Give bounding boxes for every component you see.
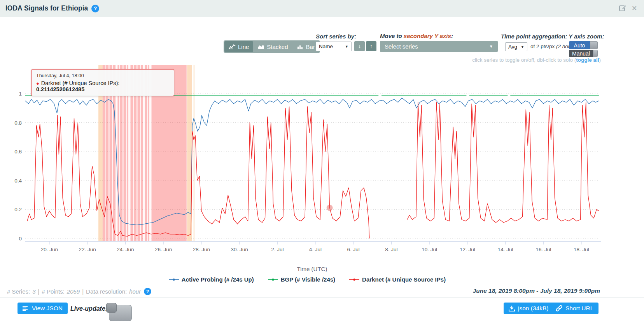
chart-tooltip: Thursday, Jul 4, 18:00 ●Darknet (# Uniqu… xyxy=(31,69,174,96)
svg-text:12. Jul: 12. Jul xyxy=(460,247,475,252)
svg-text:4. Jul: 4. Jul xyxy=(309,247,322,252)
edit-icon[interactable] xyxy=(619,4,627,12)
meta-separator: | xyxy=(38,288,40,295)
secondary-axis-label: Move to secondary Y axis: xyxy=(380,33,453,39)
svg-text:0: 0 xyxy=(19,236,22,242)
bar-chart-icon xyxy=(297,44,304,49)
help-icon[interactable]: ? xyxy=(91,5,99,12)
tooltip-value: 0.21142520612485 xyxy=(36,86,84,92)
short-url-label: Short URL xyxy=(565,305,593,312)
series-toggle-hint-text: click series to toggle on/off, dbl-click… xyxy=(472,57,576,63)
meta-separator: | xyxy=(82,288,84,295)
legend-item-active-probing[interactable]: Active Probing (# /24s Up) xyxy=(169,276,254,283)
svg-text:0.6: 0.6 xyxy=(14,149,22,155)
series-count-value: 3 xyxy=(32,288,35,295)
svg-text:8. Jul: 8. Jul xyxy=(385,247,397,252)
legend-marker-icon xyxy=(169,278,179,282)
legend-item-darknet[interactable]: Darknet (# Unique Source IPs) xyxy=(349,276,446,283)
y-zoom-auto-button[interactable]: Auto xyxy=(569,41,598,49)
secondary-axis-label-prefix: Move to xyxy=(380,33,404,39)
svg-text:18. Jul: 18. Jul xyxy=(574,247,589,252)
svg-text:30. Jun: 30. Jun xyxy=(231,247,248,252)
svg-text:28. Jun: 28. Jun xyxy=(193,247,210,252)
sort-direction-group: ↓ ↑ xyxy=(354,41,376,51)
y-zoom-manual-knob xyxy=(593,50,598,57)
line-chart-icon xyxy=(229,44,236,49)
legend-label: Active Probing (# /24s Up) xyxy=(182,276,254,283)
tooltip-date: Thursday, Jul 4, 18:00 xyxy=(36,73,169,78)
legend-marker-icon xyxy=(349,278,359,282)
series-toggle-hint: click series to toggle on/off, dbl-click… xyxy=(472,57,601,63)
chevron-down-icon: ▼ xyxy=(345,45,348,49)
help-icon[interactable]: ? xyxy=(144,288,151,295)
series-toggle-hint-suffix: ) xyxy=(599,57,601,63)
download-icon xyxy=(509,306,515,311)
legend-label: BGP (# Visible /24s) xyxy=(281,276,335,283)
widget-header: IODA Signals for Ethiopia ? × xyxy=(0,0,644,17)
y-zoom-manual-button[interactable]: Manual xyxy=(569,50,598,57)
x-axis-title: Time (UTC) xyxy=(25,266,599,272)
aggregation-label: Time point aggregation: xyxy=(501,33,567,40)
sort-series-value: Name xyxy=(319,43,333,49)
sort-series-label: Sort series by: xyxy=(316,33,356,40)
svg-text:16. Jul: 16. Jul xyxy=(536,247,551,252)
svg-text:0.2: 0.2 xyxy=(14,207,22,212)
short-url-button[interactable]: Short URL xyxy=(551,303,598,314)
ioda-signals-widget: IODA Signals for Ethiopia ? × Line Stack… xyxy=(0,0,644,327)
secondary-axis-placeholder: Select series xyxy=(385,43,418,50)
list-icon xyxy=(23,306,29,311)
y-zoom-manual-label: Manual xyxy=(569,50,593,57)
resolution-value: hour xyxy=(129,288,141,295)
svg-text:1: 1 xyxy=(19,91,22,97)
secondary-axis-label-highlight: secondary Y axis xyxy=(404,33,451,39)
chart-type-line-label: Line xyxy=(238,43,249,50)
svg-text:2. Jul: 2. Jul xyxy=(271,247,284,252)
toggle-knob xyxy=(106,303,117,313)
y-zoom-label: Y axis zoom: xyxy=(569,33,604,40)
close-icon[interactable]: × xyxy=(632,4,637,13)
svg-text:22. Jun: 22. Jun xyxy=(79,247,96,252)
svg-text:6. Jul: 6. Jul xyxy=(347,247,360,252)
area-chart-icon xyxy=(257,44,264,49)
live-update-toggle[interactable] xyxy=(109,305,132,321)
page-title: IODA Signals for Ethiopia xyxy=(5,4,88,12)
chart-type-stacked-label: Stacked xyxy=(267,43,288,50)
series-count-label: # Series: xyxy=(7,288,30,295)
y-zoom-auto-label: Auto xyxy=(569,41,590,49)
view-json-button[interactable]: View JSON xyxy=(18,303,68,314)
svg-text:24. Jun: 24. Jun xyxy=(117,247,134,252)
series-dot-icon: ● xyxy=(36,80,39,86)
aggregation-select[interactable]: Avg ▼ xyxy=(505,42,527,51)
svg-text:26. Jun: 26. Jun xyxy=(155,247,172,252)
resolution-label: Data resolution: xyxy=(86,288,127,295)
y-zoom-toggle: Auto Manual xyxy=(569,41,598,57)
chart-type-stacked-button[interactable]: Stacked xyxy=(253,41,292,52)
chart-type-bar-button[interactable]: Bar xyxy=(292,41,319,52)
aggregation-suffix-text: of 2 pts/px xyxy=(530,43,556,49)
chevron-down-icon: ▼ xyxy=(489,44,493,49)
svg-text:14. Jul: 14. Jul xyxy=(498,247,513,252)
secondary-axis-label-suffix: : xyxy=(451,33,453,39)
legend-label: Darknet (# Unique Source IPs) xyxy=(362,276,446,283)
chevron-down-icon: ▼ xyxy=(521,45,524,49)
view-json-label: View JSON xyxy=(32,305,63,312)
live-update-label: Live-update: xyxy=(70,305,107,312)
tooltip-series-label: Darknet (# Unique Source IPs): xyxy=(41,80,119,86)
download-json-label: json (34kB) xyxy=(518,305,548,312)
sort-ascending-button[interactable]: ↑ xyxy=(366,41,376,51)
date-range-label: June 18, 2019 8:00pm - July 18, 2019 9:0… xyxy=(473,287,600,294)
legend-marker-icon xyxy=(268,278,278,282)
points-count-value: 2059 xyxy=(67,288,80,295)
sort-series-select[interactable]: Name ▼ xyxy=(316,42,352,51)
y-zoom-auto-knob xyxy=(590,41,598,49)
svg-text:20. Jun: 20. Jun xyxy=(41,247,58,252)
chart-type-line-button[interactable]: Line xyxy=(224,41,253,52)
secondary-axis-select[interactable]: Select series ▼ xyxy=(380,41,498,52)
download-json-button[interactable]: json (34kB) xyxy=(504,303,553,314)
legend-item-bgp[interactable]: BGP (# Visible /24s) xyxy=(268,276,335,283)
toggle-all-link[interactable]: toggle all xyxy=(576,57,599,63)
chart-type-bar-label: Bar xyxy=(306,43,315,50)
chart-type-group: Line Stacked Bar xyxy=(224,40,320,53)
link-icon xyxy=(556,305,562,311)
sort-descending-button[interactable]: ↓ xyxy=(354,41,365,51)
